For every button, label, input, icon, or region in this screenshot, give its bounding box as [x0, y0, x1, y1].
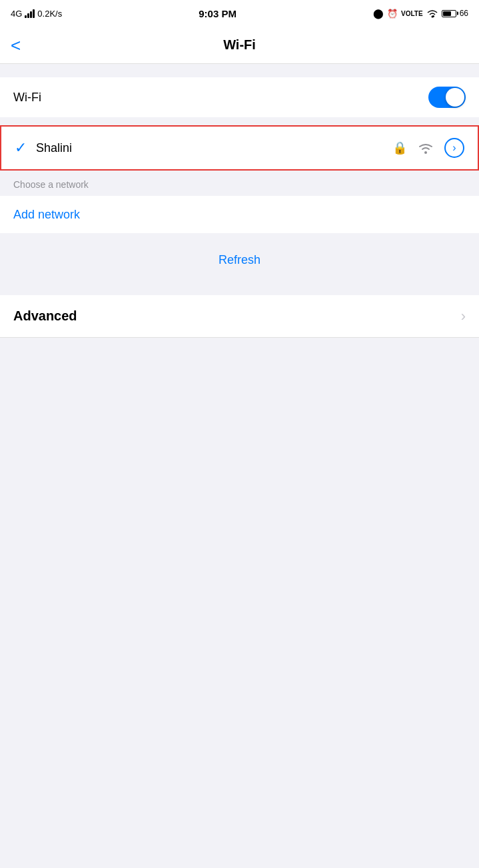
toggle-knob	[446, 88, 464, 107]
svg-point-1	[424, 151, 427, 154]
content-area: Wi-Fi ✓ Shalini 🔒 ›	[0, 64, 479, 591]
checkmark-icon: ✓	[15, 139, 27, 157]
network-icons: 🔒 ›	[392, 138, 464, 158]
back-button[interactable]: <	[11, 37, 21, 54]
add-network-button[interactable]: Add network	[13, 208, 80, 222]
bottom-fill	[0, 338, 479, 591]
battery-icon	[442, 10, 456, 17]
advanced-section: Advanced ›	[0, 295, 479, 338]
advanced-label: Advanced	[13, 308, 77, 324]
svg-point-0	[431, 16, 433, 18]
wifi-status-icon	[426, 9, 438, 18]
choose-network-label: Choose a network	[13, 179, 89, 190]
volte-icon: VOLTE	[401, 10, 423, 17]
refresh-section: Refresh	[0, 233, 479, 287]
network-name: Shalini	[36, 141, 392, 155]
connected-network-section: ✓ Shalini 🔒 ›	[0, 125, 479, 171]
section-gap-top	[0, 64, 479, 77]
refresh-button[interactable]: Refresh	[219, 253, 260, 267]
network-type: 4G	[11, 9, 22, 19]
chevron-in-circle: ›	[452, 142, 456, 154]
connected-network-row: ✓ Shalini 🔒 ›	[1, 127, 478, 169]
advanced-row[interactable]: Advanced ›	[0, 295, 479, 338]
status-bar: 4G 0.2K/s 9:03 PM ⬤ ⏰ VOLTE 66	[0, 0, 479, 27]
page-title: Wi-Fi	[223, 37, 256, 53]
alarm-icon: ⏰	[387, 9, 398, 19]
wifi-toggle-row: Wi-Fi	[13, 77, 466, 117]
signal-bars	[25, 9, 35, 18]
bluetooth-icon: ⬤	[373, 8, 384, 19]
choose-network-section: Choose a network	[0, 171, 479, 196]
status-left: 4G 0.2K/s	[11, 9, 62, 19]
network-info-button[interactable]: ›	[444, 138, 464, 158]
status-right: ⬤ ⏰ VOLTE 66	[373, 8, 468, 19]
wifi-label: Wi-Fi	[13, 91, 41, 105]
lock-icon: 🔒	[392, 141, 407, 155]
nav-bar: < Wi-Fi	[0, 27, 479, 64]
add-network-section: Add network	[0, 196, 479, 233]
network-wifi-icon	[418, 142, 434, 154]
wifi-toggle-section: Wi-Fi	[0, 77, 479, 117]
wifi-toggle-switch[interactable]	[428, 87, 466, 108]
status-time: 9:03 PM	[199, 8, 237, 19]
add-network-row[interactable]: Add network	[0, 196, 479, 233]
chevron-right-icon: ›	[461, 308, 466, 325]
speed-indicator: 0.2K/s	[37, 9, 62, 19]
battery-text: 66	[460, 9, 468, 18]
